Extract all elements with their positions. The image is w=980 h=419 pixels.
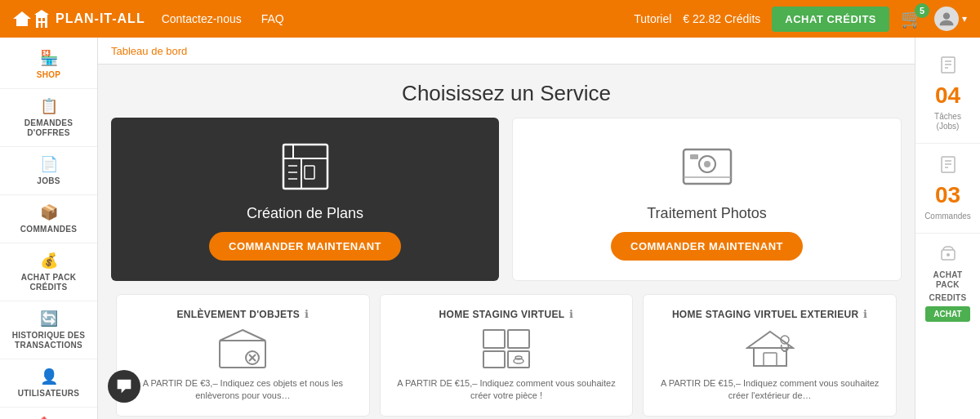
svg-rect-1 <box>36 13 47 28</box>
svg-rect-8 <box>283 145 327 189</box>
top-services: Création de Plans COMMANDER MAINTENANT T… <box>98 118 915 294</box>
enlevement-icon-container <box>218 328 267 369</box>
orders-count: 03 <box>935 182 960 208</box>
staging-title-row: HOME STAGING VIRTUEL ℹ <box>439 308 574 320</box>
service-card-plans: Création de Plans COMMANDER MAINTENANT <box>111 118 499 281</box>
sidebar-label-demandes: DEMANDES D'OFFRES <box>7 118 91 138</box>
svg-rect-3 <box>38 18 41 21</box>
svg-rect-33 <box>754 348 786 366</box>
shop-icon: 🏪 <box>40 49 58 67</box>
tasks-count: 04 <box>935 82 960 109</box>
sidebar-label-jobs: JOBS <box>37 176 60 186</box>
enlevement-desc: A PARTIR DE €3,– Indiquez ces objets et … <box>127 377 359 403</box>
building-icon <box>34 10 49 28</box>
svg-rect-4 <box>42 18 45 21</box>
achat-pack-label: ACHATPACK <box>933 270 963 290</box>
commander-plans-button[interactable]: COMMANDER MAINTENANT <box>209 232 401 261</box>
main-layout: 🏪 SHOP 📋 DEMANDES D'OFFRES 📄 JOBS 📦 COMM… <box>0 38 980 419</box>
sidebar-item-commandes[interactable]: 📦 COMMANDES <box>0 195 97 243</box>
credits-amount: € 22.82 Crédits <box>683 12 760 25</box>
customise-icon: ✏️ <box>40 416 58 419</box>
service-title-photos: Traitement Photos <box>647 205 766 222</box>
orders-icon <box>939 155 957 177</box>
tasks-doc-icon <box>939 56 957 74</box>
svg-point-7 <box>943 13 950 20</box>
mini-card-staging-ext: HOME STAGING VIRTUEL EXTERIEUR ℹ A PARTI… <box>643 294 897 417</box>
staging-ext-icon <box>746 328 795 369</box>
sidebar-label-achat: ACHAT PACK CRÉDITS <box>7 273 91 292</box>
svg-rect-12 <box>305 166 314 179</box>
users-icon: 👤 <box>40 368 58 386</box>
svg-rect-26 <box>483 330 505 348</box>
breadcrumb-bar: Tableau de bord <box>98 38 915 65</box>
mini-card-enlevement: ENLÈVEMENT D'OBJETS ℹ A PARTIR DE €3,– I… <box>116 294 370 417</box>
sidebar-item-utilisateurs[interactable]: 👤 UTILISATEURS <box>0 359 97 408</box>
svg-point-45 <box>947 253 950 256</box>
enlevement-icon <box>218 328 267 369</box>
credits-label: CREDITS <box>929 293 967 303</box>
sidebar-item-shop[interactable]: 🏪 SHOP <box>0 41 97 89</box>
plan-icon-container <box>277 138 334 195</box>
enlevement-info-icon[interactable]: ℹ <box>305 308 309 320</box>
sidebar: 🏪 SHOP 📋 DEMANDES D'OFFRES 📄 JOBS 📦 COMM… <box>0 38 98 419</box>
logo-icon <box>13 10 49 28</box>
svg-point-31 <box>515 356 522 359</box>
avatar-wrap[interactable]: ▾ <box>934 7 967 31</box>
enlevement-title: ENLÈVEMENT D'OBJETS <box>177 309 301 320</box>
staging-ext-title-row: HOME STAGING VIRTUEL EXTERIEUR ℹ <box>672 308 868 320</box>
nav-contactez-nous[interactable]: Contactez-nous <box>162 12 242 25</box>
tutorial-link[interactable]: Tutoriel <box>634 12 671 25</box>
nav-links: Contactez-nous FAQ <box>162 12 635 25</box>
chevron-down-icon: ▾ <box>962 13 967 25</box>
svg-rect-5 <box>38 23 41 28</box>
cart-icon-wrap[interactable]: 🛒 5 <box>901 8 923 29</box>
plan-icon <box>277 138 334 195</box>
staging-icon-container <box>482 328 531 369</box>
sidebar-label-historique: HISTORIQUE DES TRANSACTIONS <box>7 331 91 350</box>
achat-credits-button[interactable]: ACHAT CRÉDITS <box>772 7 889 32</box>
sidebar-item-demandes[interactable]: 📋 DEMANDES D'OFFRES <box>0 89 97 147</box>
service-title-plans: Création de Plans <box>247 205 363 222</box>
header-right-area: Tutoriel € 22.82 Crédits ACHAT CRÉDITS 🛒… <box>634 7 967 32</box>
mini-card-staging: HOME STAGING VIRTUEL ℹ A PARTIR DE €15,–… <box>380 294 634 417</box>
rp-tasks-widget: 04 Tâches(Jobs) <box>915 44 980 144</box>
svg-rect-6 <box>42 23 45 28</box>
sidebar-item-jobs[interactable]: 📄 JOBS <box>0 147 97 195</box>
chat-button[interactable] <box>108 370 140 403</box>
commander-photos-button[interactable]: COMMANDER MAINTENANT <box>611 232 803 261</box>
svg-rect-28 <box>483 351 505 368</box>
chat-icon <box>116 378 132 394</box>
demand-icon: 📋 <box>40 97 58 115</box>
logo-area: PLAN-IT-ALL <box>13 10 145 28</box>
achat-small-button[interactable]: ACHAT <box>925 306 969 322</box>
photo-icon-container <box>679 138 736 195</box>
sidebar-item-customise[interactable]: ✏️ CUSTOMISE <box>0 408 97 419</box>
history-icon: 🔄 <box>40 310 58 328</box>
staging-title: HOME STAGING VIRTUEL <box>439 309 565 320</box>
tasks-icon <box>939 56 957 78</box>
staging-ext-desc: A PARTIR DE €15,– Indiquez comment vous … <box>653 377 886 403</box>
staging-ext-info-icon[interactable]: ℹ <box>863 308 867 320</box>
enlevement-title-row: ENLÈVEMENT D'OBJETS ℹ <box>177 308 310 320</box>
sidebar-item-achat-pack[interactable]: 💰 ACHAT PACK CRÉDITS <box>0 243 97 301</box>
staging-icon <box>482 328 531 369</box>
nav-faq[interactable]: FAQ <box>261 12 284 25</box>
sidebar-item-historique[interactable]: 🔄 HISTORIQUE DES TRANSACTIONS <box>0 301 97 359</box>
svg-marker-2 <box>34 10 49 15</box>
top-navigation: PLAN-IT-ALL Contactez-nous FAQ Tutoriel … <box>0 0 980 38</box>
sidebar-label-utilisateurs: UTILISATEURS <box>18 389 80 399</box>
staging-info-icon[interactable]: ℹ <box>569 308 573 320</box>
staging-ext-icon-container <box>746 328 795 369</box>
right-panel: 04 Tâches(Jobs) 03 Commandes <box>915 38 980 419</box>
svg-point-18 <box>704 161 710 167</box>
user-avatar-icon <box>938 11 955 27</box>
app-name: PLAN-IT-ALL <box>56 11 145 26</box>
tasks-label: Tâches(Jobs) <box>934 112 961 131</box>
svg-marker-22 <box>220 330 265 341</box>
page-title-wrap: Choisissez un Service <box>98 65 915 118</box>
svg-marker-32 <box>747 332 793 348</box>
credits-icon: 💰 <box>40 252 58 270</box>
service-card-photos: Traitement Photos COMMANDER MAINTENANT <box>512 118 902 281</box>
house-icon <box>13 11 31 26</box>
staging-desc: A PARTIR DE €15,– Indiquez comment vous … <box>390 377 623 403</box>
